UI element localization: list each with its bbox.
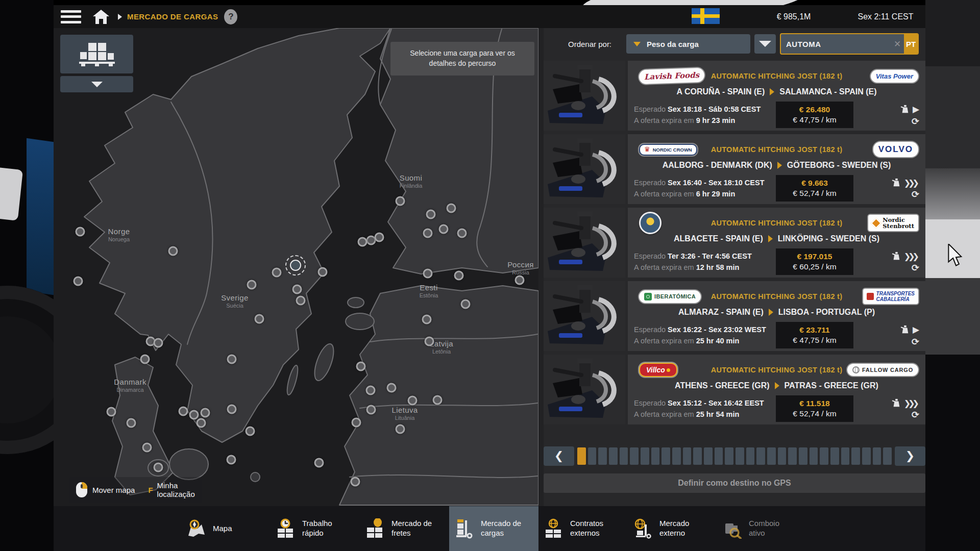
city-dot[interactable] (426, 210, 436, 219)
set-gps-destination-button[interactable]: Definir como destino no GPS (544, 473, 925, 493)
city-dot[interactable] (76, 227, 85, 237)
city-dot[interactable] (423, 269, 433, 279)
city-dot[interactable] (366, 405, 376, 415)
nav-item-external-market[interactable]: Mercadoexterno (628, 506, 717, 551)
language-badge[interactable]: PT (904, 34, 918, 54)
city-dot[interactable] (227, 455, 236, 465)
nav-item-quick-job[interactable]: Trabalhorápido (271, 506, 360, 551)
city-dot[interactable] (425, 337, 434, 346)
page-segment[interactable] (799, 447, 807, 465)
help-icon[interactable]: ? (224, 9, 237, 24)
page-segment[interactable] (651, 447, 660, 465)
search-input[interactable] (781, 40, 894, 48)
city-dot[interactable] (461, 299, 471, 309)
city-dot[interactable] (358, 237, 368, 247)
page-segment[interactable] (883, 447, 892, 465)
city-dot[interactable] (246, 427, 255, 436)
page-segment[interactable] (778, 447, 787, 465)
city-dot[interactable] (227, 405, 237, 414)
page-segment[interactable] (810, 447, 818, 465)
city-dot[interactable] (396, 196, 405, 206)
offer-details[interactable]: AUTOMATIC HITCHING JOST (182 t) NordicSt… (628, 208, 925, 278)
page-segment[interactable] (641, 447, 649, 465)
offer-details[interactable]: AUTOMATIC HITCHING JOST (182 t) Lavish F… (628, 61, 925, 131)
page-segment[interactable] (693, 447, 702, 465)
city-dot[interactable] (318, 267, 328, 277)
page-segment[interactable] (630, 447, 639, 465)
page-segment[interactable] (725, 447, 733, 465)
city-dot[interactable] (423, 229, 433, 238)
page-segment[interactable] (715, 447, 723, 465)
page-segment[interactable] (851, 447, 860, 465)
city-dot[interactable] (189, 410, 199, 420)
page-segment[interactable] (704, 447, 713, 465)
city-dot[interactable] (201, 408, 210, 418)
city-dot[interactable] (457, 229, 467, 238)
collapse-button[interactable] (60, 76, 133, 92)
page-segment[interactable] (577, 447, 586, 465)
city-dot[interactable] (227, 355, 237, 364)
nav-item-active-convoy[interactable]: Comboioativo (717, 506, 806, 551)
page-segment[interactable] (609, 447, 618, 465)
city-dot[interactable] (140, 355, 150, 364)
page-segment[interactable] (588, 447, 597, 465)
city-dot[interactable] (247, 280, 257, 290)
cargo-offer-row[interactable]: AUTOMATIC HITCHING JOST (182 t) Villco F… (544, 355, 925, 424)
page-segment[interactable] (736, 447, 744, 465)
city-dot[interactable] (127, 418, 136, 428)
sort-dropdown[interactable]: Peso da carga (626, 34, 750, 54)
city-dot[interactable] (387, 383, 397, 393)
my-location-label[interactable]: Minha localização (157, 481, 195, 499)
page-segment[interactable] (830, 447, 839, 465)
page-segment[interactable] (841, 447, 850, 465)
city-dot[interactable] (408, 396, 418, 406)
city-dot[interactable] (396, 424, 405, 434)
page-segment[interactable] (672, 447, 681, 465)
city-dot[interactable] (154, 463, 163, 472)
cargo-offer-row[interactable]: AUTOMATIC HITCHING JOST (182 t) Lavish F… (544, 61, 925, 131)
city-dot[interactable] (422, 315, 432, 324)
city-dot[interactable] (515, 276, 525, 285)
offer-details[interactable]: AUTOMATIC HITCHING JOST (182 t) Villco F… (628, 355, 925, 424)
city-dot[interactable] (433, 395, 443, 405)
cargo-offer-row[interactable]: AUTOMATIC HITCHING JOST (182 t) IBERATÓM… (544, 281, 925, 351)
city-dot[interactable] (107, 407, 116, 417)
city-dot[interactable] (292, 285, 302, 294)
city-dot[interactable] (168, 246, 178, 256)
page-segment[interactable] (862, 447, 871, 465)
home-icon[interactable] (92, 9, 110, 24)
city-dot[interactable] (154, 338, 163, 348)
nav-item-freight-market[interactable]: Mercado defretes (360, 506, 449, 551)
route-map[interactable]: NorgeNoruegaSverigeSuéciaSuomiFinlândiaE… (54, 28, 538, 510)
city-dot[interactable] (351, 477, 360, 487)
page-segment[interactable] (598, 447, 607, 465)
cargo-type-button[interactable] (60, 35, 133, 73)
city-dot[interactable] (375, 233, 384, 242)
city-dot[interactable] (366, 386, 376, 395)
page-segment[interactable] (756, 447, 765, 465)
page-segment[interactable] (683, 447, 692, 465)
page-segment[interactable] (873, 447, 881, 465)
city-dot[interactable] (454, 271, 464, 281)
city-dot[interactable] (439, 224, 449, 234)
page-segment[interactable] (767, 447, 776, 465)
page-segment[interactable] (746, 447, 755, 465)
prev-page-button[interactable]: ❮ (544, 446, 574, 466)
city-dot[interactable] (356, 362, 366, 371)
page-segment[interactable] (820, 447, 828, 465)
city-dot[interactable] (296, 296, 306, 306)
cargo-offer-row[interactable]: AUTOMATIC HITCHING JOST (182 t) NordicSt… (544, 208, 925, 278)
clear-search-icon[interactable]: ✕ (894, 39, 901, 49)
nav-item-map[interactable]: Mapa (181, 506, 271, 551)
city-dot[interactable] (197, 418, 206, 428)
city-dot[interactable] (447, 204, 456, 213)
menu-icon[interactable] (61, 10, 81, 23)
offer-details[interactable]: AUTOMATIC HITCHING JOST (182 t) ♛NORDIC … (628, 134, 925, 204)
cargo-offer-row[interactable]: AUTOMATIC HITCHING JOST (182 t) ♛NORDIC … (544, 134, 925, 204)
city-dot[interactable] (142, 443, 152, 453)
next-page-button[interactable]: ❯ (895, 446, 925, 466)
nav-item-cargo-market[interactable]: Mercado decargas (449, 506, 538, 551)
offer-details[interactable]: AUTOMATIC HITCHING JOST (182 t) IBERATÓM… (628, 281, 925, 351)
page-segment[interactable] (662, 447, 670, 465)
city-dot[interactable] (272, 268, 282, 278)
